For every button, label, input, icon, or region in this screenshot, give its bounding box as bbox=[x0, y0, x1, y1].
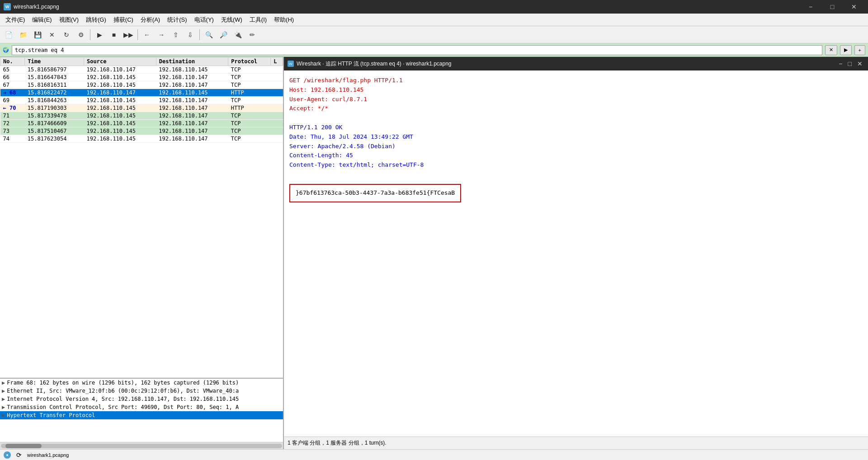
cell-extra bbox=[271, 104, 283, 112]
stream-close-btn[interactable]: ✕ bbox=[855, 60, 864, 67]
menu-file[interactable]: 文件(E) bbox=[2, 14, 28, 26]
toolbar-close[interactable]: ✕ bbox=[45, 28, 59, 42]
menu-help[interactable]: 帮助(H) bbox=[270, 14, 297, 26]
cell-dest: 192.168.110.147 bbox=[156, 104, 228, 112]
http-request: GET /wireshark/flag.php HTTP/1.1 Host: 1… bbox=[289, 76, 863, 113]
flag-box: }67bf613763ca-50b3-4437-7a3a-b683fe51{FT… bbox=[289, 184, 461, 202]
maximize-button[interactable]: □ bbox=[822, 0, 843, 14]
packet-list[interactable]: No. Time Source Destination Protocol L 6… bbox=[0, 57, 283, 379]
detail-text: Hypertext Transfer Protocol bbox=[7, 412, 95, 418]
toolbar-open[interactable]: 📁 bbox=[16, 28, 30, 42]
col-length[interactable]: L bbox=[271, 57, 283, 66]
expand-icon: ▶ bbox=[2, 396, 5, 402]
scrollbar-area[interactable] bbox=[0, 442, 283, 449]
detail-item[interactable]: ▶ Hypertext Transfer Protocol bbox=[0, 411, 283, 419]
filter-input[interactable] bbox=[12, 45, 822, 55]
cell-dest: 192.168.110.147 bbox=[156, 97, 228, 104]
toolbar-back[interactable]: ← bbox=[140, 28, 154, 42]
toolbar-zoom-in[interactable]: 🔍 bbox=[202, 28, 216, 42]
stream-status-text: 1 客户端 分组，1 服务器 分组，1 turn(s). bbox=[288, 439, 387, 447]
col-no[interactable]: No. bbox=[0, 57, 25, 66]
window-title: wireshark1.pcapng bbox=[14, 4, 59, 10]
menu-wireless[interactable]: 无线(W) bbox=[217, 14, 246, 26]
menu-statistics[interactable]: 统计(S) bbox=[164, 14, 190, 26]
cell-dest: 192.168.110.147 bbox=[156, 112, 228, 120]
filter-save-btn[interactable]: + bbox=[854, 45, 865, 55]
stream-title-left: W Wireshark · 追踪 HTTP 流 (tcp.stream eq 4… bbox=[288, 60, 452, 68]
toolbar-new[interactable]: 📄 bbox=[2, 28, 15, 42]
cell-no: 71 bbox=[0, 112, 25, 120]
table-row[interactable]: 6615.816647843192.168.110.145192.168.110… bbox=[0, 74, 283, 81]
close-button[interactable]: ✕ bbox=[844, 0, 864, 14]
cell-no: 73 bbox=[0, 127, 25, 135]
table-row[interactable]: 6715.816816311192.168.110.145192.168.110… bbox=[0, 81, 283, 89]
menu-edit[interactable]: 编辑(E) bbox=[28, 14, 55, 26]
stream-controls[interactable]: − □ ✕ bbox=[837, 60, 864, 67]
toolbar-zoom-normal[interactable]: 🔎 bbox=[217, 28, 230, 42]
cell-extra bbox=[271, 127, 283, 135]
toolbar-save[interactable]: 💾 bbox=[31, 28, 44, 42]
filter-apply-btn[interactable]: ▶ bbox=[840, 45, 852, 55]
table-row[interactable]: 6515.816586797192.168.110.147192.168.110… bbox=[0, 66, 283, 74]
table-row[interactable]: 7415.817623054192.168.110.145192.168.110… bbox=[0, 135, 283, 143]
table-row[interactable]: ← 7015.817190303192.168.110.145192.168.1… bbox=[0, 104, 283, 112]
cell-no: 66 bbox=[0, 74, 25, 81]
filter-bar: 🌍 ✕ ▶ + bbox=[0, 43, 868, 57]
table-row[interactable]: 7215.817466609192.168.110.145192.168.110… bbox=[0, 120, 283, 127]
response-line3: Server: Apache/2.4.58 (Debian) bbox=[289, 142, 863, 151]
toolbar-down[interactable]: ⇩ bbox=[184, 28, 197, 42]
stream-title-bar: W Wireshark · 追踪 HTTP 流 (tcp.stream eq 4… bbox=[284, 57, 868, 70]
scrollbar-thumb[interactable] bbox=[5, 444, 42, 448]
menu-analyze[interactable]: 分析(A) bbox=[137, 14, 164, 26]
menu-view[interactable]: 视图(V) bbox=[56, 14, 82, 26]
detail-item[interactable]: ▶ Internet Protocol Version 4, Src: 192.… bbox=[0, 395, 283, 403]
minimize-button[interactable]: − bbox=[800, 0, 821, 14]
col-time[interactable]: Time bbox=[25, 57, 84, 66]
toolbar-columns[interactable]: ✏ bbox=[245, 28, 259, 42]
stream-minimize-btn[interactable]: − bbox=[837, 60, 844, 67]
toolbar-settings[interactable]: ⚙ bbox=[74, 28, 88, 42]
cell-no: ← 70 bbox=[0, 104, 25, 112]
table-row[interactable]: 6915.816844263192.168.110.145192.168.110… bbox=[0, 97, 283, 104]
cell-source: 192.168.110.145 bbox=[84, 120, 156, 127]
table-row[interactable]: 7315.817510467192.168.110.145192.168.110… bbox=[0, 127, 283, 135]
main-layout: No. Time Source Destination Protocol L 6… bbox=[0, 57, 868, 449]
menu-tools[interactable]: 工具(I) bbox=[246, 14, 270, 26]
col-dest[interactable]: Destination bbox=[156, 57, 228, 66]
toolbar-zoom-out[interactable]: 🔌 bbox=[231, 28, 245, 42]
cell-extra bbox=[271, 120, 283, 127]
expand-icon: ▶ bbox=[2, 404, 5, 410]
table-row[interactable]: → 6815.816822472192.168.110.147192.168.1… bbox=[0, 89, 283, 97]
toolbar-forward[interactable]: → bbox=[155, 28, 168, 42]
cell-dest: 192.168.110.145 bbox=[156, 89, 228, 97]
filter-clear-btn[interactable]: ✕ bbox=[825, 45, 837, 55]
cell-extra bbox=[271, 112, 283, 120]
detail-item[interactable]: ▶ Ethernet II, Src: VMware_12:0f:b6 (00:… bbox=[0, 387, 283, 395]
detail-item[interactable]: ▶ Transmission Control Protocol, Src Por… bbox=[0, 403, 283, 411]
window-controls[interactable]: − □ ✕ bbox=[800, 0, 864, 14]
table-row[interactable]: 7115.817339478192.168.110.145192.168.110… bbox=[0, 112, 283, 120]
scrollbar-track[interactable] bbox=[1, 444, 282, 448]
toolbar-start[interactable]: ▶ bbox=[93, 28, 106, 42]
cell-source: 192.168.110.147 bbox=[84, 66, 156, 74]
cell-time: 15.817190303 bbox=[25, 104, 84, 112]
detail-text: Frame 68: 162 bytes on wire (1296 bits),… bbox=[7, 380, 239, 386]
toolbar-restart[interactable]: ▶▶ bbox=[122, 28, 135, 42]
left-panel: No. Time Source Destination Protocol L 6… bbox=[0, 57, 284, 449]
toolbar-up[interactable]: ⇧ bbox=[169, 28, 183, 42]
toolbar: 📄 📁 💾 ✕ ↻ ⚙ ▶ ■ ▶▶ ← → ⇧ ⇩ 🔍 🔎 🔌 ✏ bbox=[0, 26, 868, 43]
response-line2: Date: Thu, 18 Jul 2024 13:49:22 GMT bbox=[289, 132, 863, 142]
col-source[interactable]: Source bbox=[84, 57, 156, 66]
cell-proto: TCP bbox=[228, 81, 271, 89]
menu-goto[interactable]: 跳转(G) bbox=[82, 14, 110, 26]
cell-proto: TCP bbox=[228, 66, 271, 74]
cell-proto: HTTP bbox=[228, 104, 271, 112]
toolbar-reload[interactable]: ↻ bbox=[60, 28, 73, 42]
request-line4: Accept: */* bbox=[289, 104, 863, 113]
stream-maximize-btn[interactable]: □ bbox=[846, 60, 854, 67]
toolbar-stop[interactable]: ■ bbox=[107, 28, 121, 42]
col-proto[interactable]: Protocol bbox=[228, 57, 271, 66]
detail-item[interactable]: ▶ Frame 68: 162 bytes on wire (1296 bits… bbox=[0, 379, 283, 387]
menu-capture[interactable]: 捕获(C) bbox=[110, 14, 137, 26]
menu-telephony[interactable]: 电话(Y) bbox=[191, 14, 217, 26]
